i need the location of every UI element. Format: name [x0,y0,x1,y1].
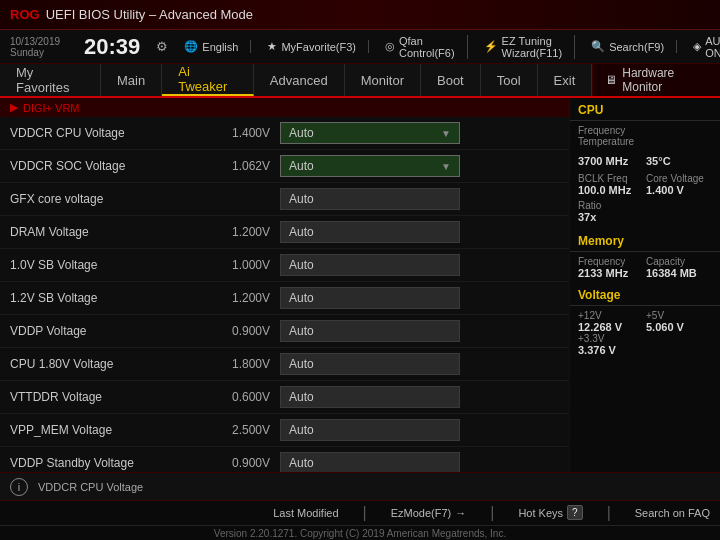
footer-copyright: Version 2.20.1271. Copyright (C) 2019 Am… [0,526,720,541]
bottom-info-bar: i VDDCR CPU Voltage [0,472,720,500]
nav-ai-tweaker[interactable]: Ai Tweaker [162,64,254,96]
hw-volt-title: Voltage [570,283,720,306]
ez-tuning-button[interactable]: ⚡ EZ Tuning Wizard(F11) [484,35,576,59]
hw-cpu-temp-label: Temperature [578,136,644,147]
hw-v12-value: 12.268 V [578,321,644,333]
last-modified-label: Last Modified [273,507,338,519]
voltage-control: Auto [280,320,559,342]
chevron-down-icon: ▼ [441,161,451,172]
hardware-monitor-label: Hardware Monitor [622,66,708,94]
aura-label: AURA ON/OFF(F4) [705,35,720,59]
title-bar: ROG UEFI BIOS Utility – Advanced Mode [0,0,720,30]
globe-icon: 🌐 [184,40,198,53]
section-header: ▶ DIGI+ VRM [0,98,569,117]
nav-my-favorites[interactable]: My Favorites [0,64,101,96]
hw-v33-value: 3.376 V [578,344,712,356]
voltage-control: Auto [280,452,559,472]
qfan-button[interactable]: ◎ Qfan Control(F6) [385,35,468,59]
voltage-auto-text: Auto [280,188,460,210]
voltage-value: 0.900V [210,324,280,338]
date-display: 10/13/2019 [10,36,60,47]
voltage-control: Auto [280,353,559,375]
hot-keys-button[interactable]: Hot Keys ? [518,505,582,520]
time-display: 20:39 [84,34,140,60]
hw-cpu-freq-label: Frequency [578,125,644,136]
voltage-row: CPU 1.80V Voltage1.800VAuto [0,348,569,381]
hw-mem-freq-label: Frequency [578,256,644,267]
ez-mode-button[interactable]: EzMode(F7) → [391,507,467,519]
voltage-row: VDDCR CPU Voltage1.400VAuto▼ [0,117,569,150]
footer-top: Last Modified | EzMode(F7) → | Hot Keys … [0,501,720,526]
ez-icon: ⚡ [484,40,498,53]
hw-bclk-value: 100.0 MHz [578,184,644,196]
voltage-value: 1.200V [210,225,280,239]
english-button[interactable]: 🌐 English [184,40,251,53]
hw-mem-title: Memory [570,229,720,252]
voltage-row: VDDCR SOC Voltage1.062VAuto▼ [0,150,569,183]
voltage-row: 1.2V SB Voltage1.200VAuto [0,282,569,315]
chevron-down-icon: ▼ [441,128,451,139]
star-icon: ★ [267,40,277,53]
nav-exit[interactable]: Exit [538,64,593,96]
voltage-value: 1.000V [210,258,280,272]
english-label: English [202,41,238,53]
voltage-row: VPP_MEM Voltage2.500VAuto [0,414,569,447]
search-icon: 🔍 [591,40,605,53]
search-faq-button[interactable]: Search on FAQ [635,507,710,519]
info-bar: 10/13/2019 Sunday 20:39 ⚙ 🌐 English ★ My… [0,30,720,64]
voltage-name: CPU 1.80V Voltage [10,357,210,371]
hw-mem-cap-value: 16384 MB [646,267,712,279]
voltage-row: VDDP Standby Voltage0.900VAuto [0,447,569,472]
voltage-row: VDDP Voltage0.900VAuto [0,315,569,348]
voltage-control: Auto▼ [280,122,559,144]
ez-mode-icon: → [455,507,466,519]
day-display: Sunday [10,47,60,58]
dropdown-value: Auto [289,126,314,140]
nav-advanced[interactable]: Advanced [254,64,345,96]
voltage-name: 1.0V SB Voltage [10,258,210,272]
voltage-name: VPP_MEM Voltage [10,423,210,437]
hw-cpu-freq-value: 3700 MHz [578,155,644,167]
voltage-value: 0.900V [210,456,280,470]
section-title: DIGI+ VRM [23,102,80,114]
nav-tool[interactable]: Tool [481,64,538,96]
qfan-icon: ◎ [385,40,395,53]
hw-ratio-value: 37x [578,211,712,223]
myfavorite-button[interactable]: ★ MyFavorite(F3) [267,40,369,53]
nav-monitor[interactable]: Monitor [345,64,421,96]
voltage-value: 1.062V [210,159,280,173]
gear-icon[interactable]: ⚙ [156,39,168,54]
hw-corev-label: Core Voltage [646,173,712,184]
hw-mem-cap-label: Capacity [646,256,712,267]
last-modified-button[interactable]: Last Modified [273,507,338,519]
myfavorite-label: MyFavorite(F3) [281,41,356,53]
voltage-control: Auto [280,287,559,309]
hw-v12-label: +12V [578,310,644,321]
aura-button[interactable]: ◈ AURA ON/OFF(F4) [693,35,720,59]
search-button[interactable]: 🔍 Search(F9) [591,40,677,53]
search-faq-label: Search on FAQ [635,507,710,519]
voltage-name: GFX core voltage [10,192,210,206]
voltage-dropdown[interactable]: Auto▼ [280,155,460,177]
voltage-row: DRAM Voltage1.200VAuto [0,216,569,249]
voltage-control: Auto▼ [280,155,559,177]
ez-label: EZ Tuning Wizard(F11) [502,35,563,59]
main-content: ▶ DIGI+ VRM VDDCR CPU Voltage1.400VAuto▼… [0,98,720,472]
voltage-value: 0.600V [210,390,280,404]
hw-v5-label: +5V [646,310,712,321]
voltage-name: VDDCR CPU Voltage [10,126,210,140]
voltage-control: Auto [280,419,559,441]
hardware-monitor-tab: 🖥 Hardware Monitor [592,64,720,96]
voltage-name: VTTDDR Voltage [10,390,210,404]
dropdown-value: Auto [289,159,314,173]
voltage-control: Auto [280,221,559,243]
voltage-auto-text: Auto [280,452,460,472]
nav-boot[interactable]: Boot [421,64,481,96]
rog-logo: ROG [10,7,40,22]
hw-bclk-label: BCLK Freq [578,173,644,184]
voltage-dropdown[interactable]: Auto▼ [280,122,460,144]
info-icon: i [10,478,28,496]
qfan-label: Qfan Control(F6) [399,35,455,59]
search-label: Search(F9) [609,41,664,53]
nav-main[interactable]: Main [101,64,162,96]
